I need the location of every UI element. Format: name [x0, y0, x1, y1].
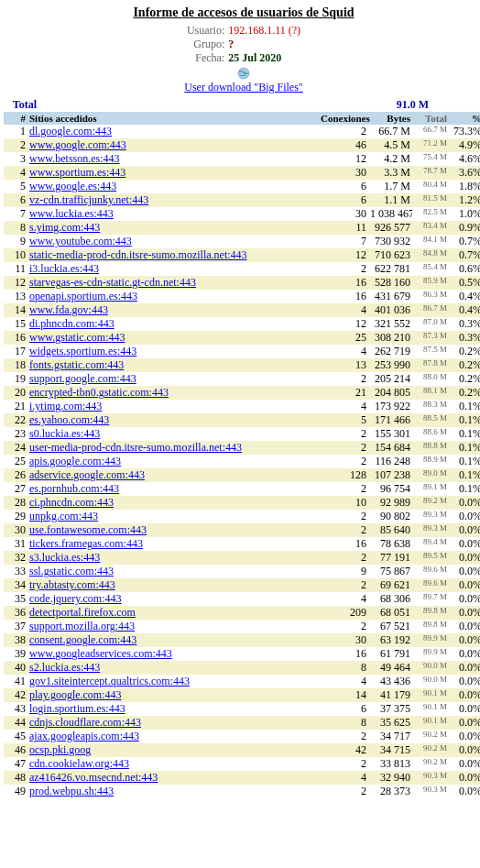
site-link[interactable]: apis.google.com:443: [29, 455, 121, 467]
row-connections: 2: [319, 125, 368, 138]
row-bytes: 1.7 M: [368, 180, 412, 193]
site-link[interactable]: prod.webpu.sh:443: [29, 785, 114, 797]
row-pct: 0.0%: [449, 537, 480, 551]
site-link[interactable]: www.google.com:443: [29, 138, 126, 151]
site-link[interactable]: ci.phncdn.com:443: [29, 496, 114, 509]
site-link[interactable]: www.fda.gov:443: [29, 303, 108, 316]
site-link[interactable]: www.google.es:443: [29, 180, 116, 192]
site-link[interactable]: cdn.cookielaw.org:443: [29, 757, 129, 770]
site-link[interactable]: www.betsson.es:443: [29, 152, 120, 165]
row-total: 90.2 M: [412, 730, 449, 743]
row-total: 86.3 M: [412, 290, 449, 303]
site-link[interactable]: cdnjs.cloudflare.com:443: [29, 716, 141, 729]
site-link[interactable]: di.phncdn.com:443: [29, 317, 115, 330]
site-link[interactable]: www.gstatic.com:443: [29, 331, 125, 344]
row-site: starvegas-es-cdn-static.gt-cdn.net:443: [27, 276, 319, 290]
site-link[interactable]: s2.luckia.es:443: [29, 661, 100, 674]
row-connections: 4: [319, 592, 368, 606]
row-site: openapi.sportium.es:443: [27, 290, 319, 303]
site-link[interactable]: code.jquery.com:443: [29, 592, 122, 605]
user-label: Usuario:: [185, 24, 226, 38]
site-link[interactable]: encrypted-tbn0.gstatic.com:443: [29, 386, 169, 399]
site-link[interactable]: www.googleadservices.com:443: [29, 647, 172, 660]
site-link[interactable]: es.pornhub.com:443: [29, 482, 119, 495]
site-link[interactable]: www.luckia.es:443: [29, 207, 114, 220]
row-site: user-media-prod-cdn.itsre-sumo.mozilla.n…: [27, 441, 319, 455]
site-link[interactable]: use.fontawesome.com:443: [29, 523, 147, 536]
site-link[interactable]: ssl.gstatic.com:443: [29, 565, 114, 577]
download-big-files-link[interactable]: User download "Big Files": [184, 81, 302, 93]
site-link[interactable]: ocsp.pki.goog: [29, 743, 91, 756]
row-index: 2: [4, 138, 27, 152]
row-pct: 0.0%: [449, 620, 480, 633]
row-connections: 13: [319, 358, 368, 372]
table-row: 37support.mozilla.org:443267 52189.8 M0.…: [4, 620, 480, 633]
row-connections: 7: [319, 235, 368, 248]
row-bytes: 69 621: [368, 578, 412, 592]
site-link[interactable]: www.youtube.com:443: [29, 235, 132, 247]
site-link[interactable]: gov1.siteintercept.qualtrics.com:443: [29, 675, 190, 687]
totals-row: Total 91.0 M: [4, 98, 480, 112]
site-link[interactable]: i3.luckia.es:443: [29, 262, 99, 275]
site-link[interactable]: starvegas-es-cdn-static.gt-cdn.net:443: [29, 276, 196, 289]
row-bytes: 92 989: [368, 496, 412, 510]
row-index: 23: [4, 427, 27, 441]
site-link[interactable]: www.sportium.es:443: [29, 166, 125, 179]
table-row: 43login.sportium.es:443637 37590.1 M0.0%: [4, 702, 480, 716]
row-index: 49: [4, 785, 27, 798]
row-pct: 4.6%: [449, 152, 480, 166]
site-link[interactable]: dl.google.com:443: [29, 125, 112, 137]
site-link[interactable]: login.sportium.es:443: [29, 702, 125, 715]
site-link[interactable]: support.google.com:443: [29, 372, 136, 385]
row-connections: 2: [319, 785, 368, 798]
site-link[interactable]: s.yimg.com:443: [29, 221, 100, 234]
row-total: 85.4 M: [412, 262, 449, 276]
row-site: consent.google.com:443: [27, 633, 319, 647]
site-link[interactable]: s3.luckia.es:443: [29, 551, 100, 564]
site-link[interactable]: az416426.vo.msecnd.net:443: [29, 771, 158, 784]
site-link[interactable]: static-media-prod-cdn.itsre-sumo.mozilla…: [29, 248, 247, 261]
site-link[interactable]: play.google.com:443: [29, 688, 122, 701]
site-link[interactable]: vz-cdn.trafficjunky.net:443: [29, 193, 148, 206]
row-bytes: 528 160: [368, 276, 412, 290]
site-link[interactable]: s0.luckia.es:443: [29, 427, 100, 440]
row-index: 11: [4, 262, 27, 276]
row-bytes: 43 436: [368, 675, 412, 688]
site-link[interactable]: try.abtasty.com:443: [29, 578, 115, 591]
globe-icon: [237, 67, 250, 80]
table-row: 21i.ytimg.com:4434173 92288.3 M0.1%: [4, 400, 480, 413]
row-pct: 0.0%: [449, 675, 480, 688]
site-link[interactable]: i.ytimg.com:443: [29, 400, 102, 412]
site-link[interactable]: ajax.googleapis.com:443: [29, 730, 139, 742]
row-site: widgets.sportium.es:443: [27, 345, 319, 358]
site-link[interactable]: es.yahoo.com:443: [29, 413, 109, 426]
table-row: 17widgets.sportium.es:4434262 71987.5 M0…: [4, 345, 480, 358]
row-index: 31: [4, 537, 27, 551]
row-site: i.ytimg.com:443: [27, 400, 319, 413]
row-total: 89.5 M: [412, 551, 449, 565]
row-total: 90.1 M: [412, 716, 449, 730]
site-link[interactable]: widgets.sportium.es:443: [29, 345, 136, 357]
row-total: 89.3 M: [412, 510, 449, 523]
site-link[interactable]: tickers.framegas.com:443: [29, 537, 143, 550]
site-link[interactable]: fonts.gstatic.com:443: [29, 358, 124, 371]
row-connections: 2: [319, 482, 368, 496]
row-pct: 0.5%: [449, 276, 480, 290]
row-total: 83.4 M: [412, 221, 449, 235]
site-link[interactable]: adservice.google.com:443: [29, 468, 145, 481]
row-index: 14: [4, 303, 27, 317]
row-connections: 2: [319, 578, 368, 592]
row-connections: 30: [319, 207, 368, 221]
row-connections: 2: [319, 427, 368, 441]
site-link[interactable]: openapi.sportium.es:443: [29, 290, 137, 302]
row-connections: 2: [319, 523, 368, 537]
row-total: 90.2 M: [412, 757, 449, 771]
site-link[interactable]: support.mozilla.org:443: [29, 620, 135, 632]
site-link[interactable]: consent.google.com:443: [29, 633, 136, 646]
table-row: 20encrypted-tbn0.gstatic.com:44321204 80…: [4, 386, 480, 400]
site-link[interactable]: unpkg.com:443: [29, 510, 98, 522]
row-connections: 128: [319, 468, 368, 482]
site-link[interactable]: detectportal.firefox.com: [29, 606, 136, 619]
site-link[interactable]: user-media-prod-cdn.itsre-sumo.mozilla.n…: [29, 441, 242, 454]
row-pct: 0.4%: [449, 303, 480, 317]
